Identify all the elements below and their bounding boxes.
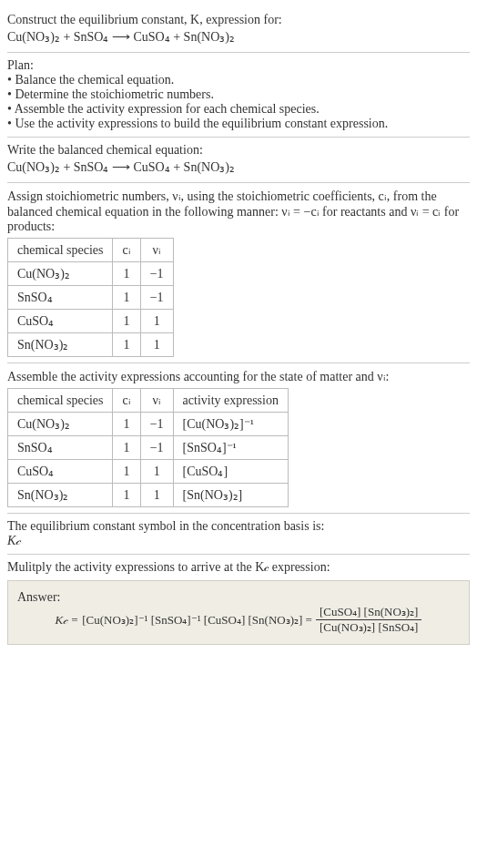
cell-vi: 1 xyxy=(140,333,173,357)
cell-vi: −1 xyxy=(140,436,173,460)
balanced-equation: Cu(NO₃)₂ + SnSO₄ ⟶ CuSO₄ + Sn(NO₃)₂ xyxy=(7,158,470,177)
cell-expr: [Cu(NO₃)₂]⁻¹ xyxy=(173,413,288,436)
intro-line: Construct the equilibrium constant, K, e… xyxy=(7,13,470,27)
table-row: chemical species cᵢ νᵢ activity expressi… xyxy=(8,389,289,413)
table-row: chemical species cᵢ νᵢ xyxy=(8,239,174,262)
answer-fraction: [CuSO₄] [Sn(NO₃)₂] [Cu(NO₃)₂] [SnSO₄] xyxy=(316,605,422,635)
cell-expr: [Sn(NO₃)₂] xyxy=(173,484,288,507)
answer-box: Answer: K𝒸 = [Cu(NO₃)₂]⁻¹ [SnSO₄]⁻¹ [CuS… xyxy=(7,580,470,645)
plan-section: Plan: • Balance the chemical equation. •… xyxy=(7,53,470,138)
table-row: Cu(NO₃)₂ 1 −1 [Cu(NO₃)₂]⁻¹ xyxy=(8,413,289,436)
stoich-section: Assign stoichiometric numbers, νᵢ, using… xyxy=(7,183,470,363)
cell-species: SnSO₄ xyxy=(8,286,113,310)
answer-expression: K𝒸 = [Cu(NO₃)₂]⁻¹ [SnSO₄]⁻¹ [CuSO₄] [Sn(… xyxy=(17,605,460,635)
cell-ci: 1 xyxy=(113,310,140,333)
table-row: CuSO₄ 1 1 xyxy=(8,310,174,333)
cell-ci: 1 xyxy=(113,484,140,507)
cell-expr: [CuSO₄] xyxy=(173,460,288,484)
kc-symbol: K𝒸 = xyxy=(56,613,79,628)
cell-vi: −1 xyxy=(140,262,173,286)
multiply-line: Mulitply the activity expressions to arr… xyxy=(7,560,470,575)
cell-vi: 1 xyxy=(140,460,173,484)
cell-ci: 1 xyxy=(113,286,140,310)
cell-ci: 1 xyxy=(113,333,140,357)
intro-text: Construct the equilibrium constant, K, e… xyxy=(7,13,282,26)
table-row: CuSO₄ 1 1 [CuSO₄] xyxy=(8,460,289,484)
cell-vi: −1 xyxy=(140,413,173,436)
header-species: chemical species xyxy=(8,389,113,413)
answer-label: Answer: xyxy=(17,590,460,605)
cell-vi: −1 xyxy=(140,286,173,310)
symbol-kc: K𝒸 xyxy=(7,534,470,548)
cell-species: Cu(NO₃)₂ xyxy=(8,413,113,436)
plan-bullet-3: • Assemble the activity expression for e… xyxy=(7,102,470,117)
plan-bullet-1: • Balance the chemical equation. xyxy=(7,73,470,87)
header-vi: νᵢ xyxy=(140,389,173,413)
intro-equation: Cu(NO₃)₂ + SnSO₄ ⟶ CuSO₄ + Sn(NO₃)₂ xyxy=(7,27,470,46)
table-row: SnSO₄ 1 −1 [SnSO₄]⁻¹ xyxy=(8,436,289,460)
multiply-section: Mulitply the activity expressions to arr… xyxy=(7,555,470,650)
cell-species: Sn(NO₃)₂ xyxy=(8,333,113,357)
cell-vi: 1 xyxy=(140,484,173,507)
cell-vi: 1 xyxy=(140,310,173,333)
cell-species: SnSO₄ xyxy=(8,436,113,460)
header-expr: activity expression xyxy=(173,389,288,413)
intro-section: Construct the equilibrium constant, K, e… xyxy=(7,7,470,53)
table-row: SnSO₄ 1 −1 xyxy=(8,286,174,310)
cell-ci: 1 xyxy=(113,436,140,460)
balanced-heading: Write the balanced chemical equation: xyxy=(7,143,470,158)
cell-species: Sn(NO₃)₂ xyxy=(8,484,113,507)
cell-species: CuSO₄ xyxy=(8,310,113,333)
symbol-line: The equilibrium constant symbol in the c… xyxy=(7,519,470,534)
cell-ci: 1 xyxy=(113,460,140,484)
table-row: Sn(NO₃)₂ 1 1 xyxy=(8,333,174,357)
table-row: Sn(NO₃)₂ 1 1 [Sn(NO₃)₂] xyxy=(8,484,289,507)
header-species: chemical species xyxy=(8,239,113,262)
balanced-section: Write the balanced chemical equation: Cu… xyxy=(7,138,470,183)
activity-section: Assemble the activity expressions accoun… xyxy=(7,363,470,514)
plan-heading: Plan: xyxy=(7,58,470,73)
header-vi: νᵢ xyxy=(140,239,173,262)
cell-ci: 1 xyxy=(113,262,140,286)
stoich-table: chemical species cᵢ νᵢ Cu(NO₃)₂ 1 −1 SnS… xyxy=(7,238,174,357)
answer-denominator: [Cu(NO₃)₂] [SnSO₄] xyxy=(316,620,422,635)
activity-table: chemical species cᵢ νᵢ activity expressi… xyxy=(7,388,289,507)
cell-expr: [SnSO₄]⁻¹ xyxy=(173,436,288,460)
symbol-section: The equilibrium constant symbol in the c… xyxy=(7,514,470,555)
answer-lhs: [Cu(NO₃)₂]⁻¹ [SnSO₄]⁻¹ [CuSO₄] [Sn(NO₃)₂… xyxy=(82,613,312,628)
cell-species: CuSO₄ xyxy=(8,460,113,484)
answer-numerator: [CuSO₄] [Sn(NO₃)₂] xyxy=(316,605,422,620)
table-row: Cu(NO₃)₂ 1 −1 xyxy=(8,262,174,286)
cell-species: Cu(NO₃)₂ xyxy=(8,262,113,286)
stoich-intro: Assign stoichiometric numbers, νᵢ, using… xyxy=(7,189,470,234)
header-ci: cᵢ xyxy=(113,239,140,262)
header-ci: cᵢ xyxy=(113,389,140,413)
activity-intro: Assemble the activity expressions accoun… xyxy=(7,369,470,384)
plan-bullet-4: • Use the activity expressions to build … xyxy=(7,117,470,131)
plan-bullet-2: • Determine the stoichiometric numbers. xyxy=(7,87,470,102)
cell-ci: 1 xyxy=(113,413,140,436)
